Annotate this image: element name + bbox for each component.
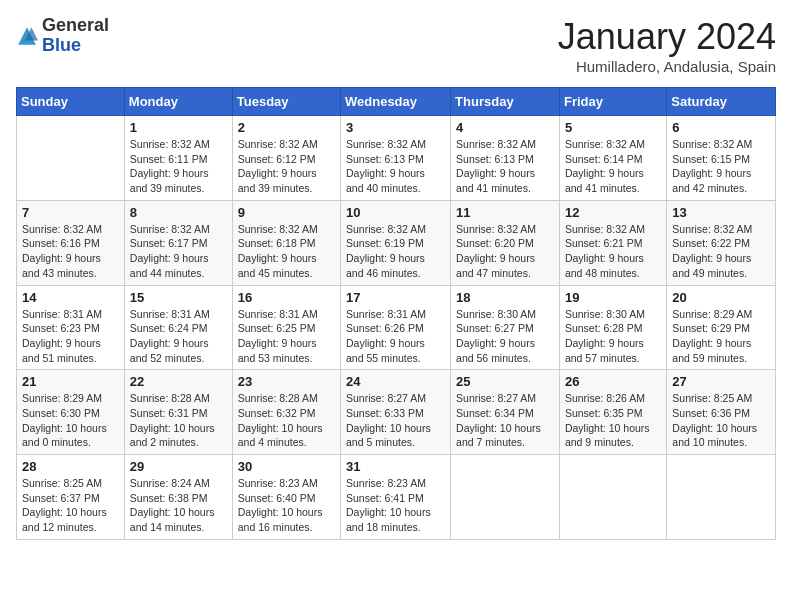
day-number: 24	[346, 374, 445, 389]
calendar-cell: 22Sunrise: 8:28 AMSunset: 6:31 PMDayligh…	[124, 370, 232, 455]
day-info: Sunrise: 8:31 AMSunset: 6:25 PMDaylight:…	[238, 307, 335, 366]
day-number: 5	[565, 120, 661, 135]
calendar-cell: 31Sunrise: 8:23 AMSunset: 6:41 PMDayligh…	[341, 455, 451, 540]
day-info: Sunrise: 8:25 AMSunset: 6:36 PMDaylight:…	[672, 391, 770, 450]
day-info: Sunrise: 8:32 AMSunset: 6:20 PMDaylight:…	[456, 222, 554, 281]
calendar-cell: 14Sunrise: 8:31 AMSunset: 6:23 PMDayligh…	[17, 285, 125, 370]
calendar-cell	[451, 455, 560, 540]
day-number: 22	[130, 374, 227, 389]
calendar-cell: 15Sunrise: 8:31 AMSunset: 6:24 PMDayligh…	[124, 285, 232, 370]
calendar-cell: 29Sunrise: 8:24 AMSunset: 6:38 PMDayligh…	[124, 455, 232, 540]
weekday-header-thursday: Thursday	[451, 88, 560, 116]
day-info: Sunrise: 8:32 AMSunset: 6:13 PMDaylight:…	[456, 137, 554, 196]
day-info: Sunrise: 8:32 AMSunset: 6:17 PMDaylight:…	[130, 222, 227, 281]
calendar-cell: 8Sunrise: 8:32 AMSunset: 6:17 PMDaylight…	[124, 200, 232, 285]
day-info: Sunrise: 8:31 AMSunset: 6:23 PMDaylight:…	[22, 307, 119, 366]
day-number: 1	[130, 120, 227, 135]
day-number: 18	[456, 290, 554, 305]
day-info: Sunrise: 8:30 AMSunset: 6:28 PMDaylight:…	[565, 307, 661, 366]
day-info: Sunrise: 8:29 AMSunset: 6:29 PMDaylight:…	[672, 307, 770, 366]
day-info: Sunrise: 8:32 AMSunset: 6:21 PMDaylight:…	[565, 222, 661, 281]
calendar-cell: 7Sunrise: 8:32 AMSunset: 6:16 PMDaylight…	[17, 200, 125, 285]
day-number: 25	[456, 374, 554, 389]
calendar-cell: 1Sunrise: 8:32 AMSunset: 6:11 PMDaylight…	[124, 116, 232, 201]
day-number: 11	[456, 205, 554, 220]
day-info: Sunrise: 8:32 AMSunset: 6:14 PMDaylight:…	[565, 137, 661, 196]
day-number: 16	[238, 290, 335, 305]
calendar-cell: 23Sunrise: 8:28 AMSunset: 6:32 PMDayligh…	[232, 370, 340, 455]
day-info: Sunrise: 8:31 AMSunset: 6:24 PMDaylight:…	[130, 307, 227, 366]
calendar-cell: 10Sunrise: 8:32 AMSunset: 6:19 PMDayligh…	[341, 200, 451, 285]
calendar-week-row: 21Sunrise: 8:29 AMSunset: 6:30 PMDayligh…	[17, 370, 776, 455]
day-number: 3	[346, 120, 445, 135]
day-number: 10	[346, 205, 445, 220]
day-info: Sunrise: 8:24 AMSunset: 6:38 PMDaylight:…	[130, 476, 227, 535]
logo-general-text: General	[42, 16, 109, 36]
calendar-cell: 13Sunrise: 8:32 AMSunset: 6:22 PMDayligh…	[667, 200, 776, 285]
weekday-header-saturday: Saturday	[667, 88, 776, 116]
title-section: January 2024 Humilladero, Andalusia, Spa…	[558, 16, 776, 75]
weekday-header-friday: Friday	[559, 88, 666, 116]
day-info: Sunrise: 8:32 AMSunset: 6:16 PMDaylight:…	[22, 222, 119, 281]
day-number: 6	[672, 120, 770, 135]
day-number: 13	[672, 205, 770, 220]
calendar-cell: 25Sunrise: 8:27 AMSunset: 6:34 PMDayligh…	[451, 370, 560, 455]
day-number: 2	[238, 120, 335, 135]
day-info: Sunrise: 8:28 AMSunset: 6:31 PMDaylight:…	[130, 391, 227, 450]
location-title: Humilladero, Andalusia, Spain	[558, 58, 776, 75]
calendar-cell: 4Sunrise: 8:32 AMSunset: 6:13 PMDaylight…	[451, 116, 560, 201]
day-info: Sunrise: 8:29 AMSunset: 6:30 PMDaylight:…	[22, 391, 119, 450]
day-number: 20	[672, 290, 770, 305]
day-number: 14	[22, 290, 119, 305]
day-info: Sunrise: 8:23 AMSunset: 6:40 PMDaylight:…	[238, 476, 335, 535]
day-number: 9	[238, 205, 335, 220]
weekday-header-monday: Monday	[124, 88, 232, 116]
calendar-cell	[667, 455, 776, 540]
day-number: 31	[346, 459, 445, 474]
weekday-header-row: SundayMondayTuesdayWednesdayThursdayFrid…	[17, 88, 776, 116]
day-info: Sunrise: 8:27 AMSunset: 6:33 PMDaylight:…	[346, 391, 445, 450]
calendar-cell	[559, 455, 666, 540]
calendar-cell: 27Sunrise: 8:25 AMSunset: 6:36 PMDayligh…	[667, 370, 776, 455]
weekday-header-tuesday: Tuesday	[232, 88, 340, 116]
day-info: Sunrise: 8:30 AMSunset: 6:27 PMDaylight:…	[456, 307, 554, 366]
day-info: Sunrise: 8:23 AMSunset: 6:41 PMDaylight:…	[346, 476, 445, 535]
day-info: Sunrise: 8:32 AMSunset: 6:15 PMDaylight:…	[672, 137, 770, 196]
calendar-cell: 2Sunrise: 8:32 AMSunset: 6:12 PMDaylight…	[232, 116, 340, 201]
calendar-cell: 3Sunrise: 8:32 AMSunset: 6:13 PMDaylight…	[341, 116, 451, 201]
calendar-cell: 5Sunrise: 8:32 AMSunset: 6:14 PMDaylight…	[559, 116, 666, 201]
calendar-cell: 18Sunrise: 8:30 AMSunset: 6:27 PMDayligh…	[451, 285, 560, 370]
day-info: Sunrise: 8:28 AMSunset: 6:32 PMDaylight:…	[238, 391, 335, 450]
calendar-cell: 17Sunrise: 8:31 AMSunset: 6:26 PMDayligh…	[341, 285, 451, 370]
calendar-cell: 21Sunrise: 8:29 AMSunset: 6:30 PMDayligh…	[17, 370, 125, 455]
day-number: 4	[456, 120, 554, 135]
day-number: 21	[22, 374, 119, 389]
calendar-cell: 12Sunrise: 8:32 AMSunset: 6:21 PMDayligh…	[559, 200, 666, 285]
day-info: Sunrise: 8:32 AMSunset: 6:22 PMDaylight:…	[672, 222, 770, 281]
calendar-cell: 16Sunrise: 8:31 AMSunset: 6:25 PMDayligh…	[232, 285, 340, 370]
calendar-cell: 19Sunrise: 8:30 AMSunset: 6:28 PMDayligh…	[559, 285, 666, 370]
calendar-week-row: 14Sunrise: 8:31 AMSunset: 6:23 PMDayligh…	[17, 285, 776, 370]
page-header: General Blue January 2024 Humilladero, A…	[16, 16, 776, 75]
month-title: January 2024	[558, 16, 776, 58]
day-number: 23	[238, 374, 335, 389]
calendar-cell: 30Sunrise: 8:23 AMSunset: 6:40 PMDayligh…	[232, 455, 340, 540]
logo-blue-text: Blue	[42, 36, 109, 56]
weekday-header-wednesday: Wednesday	[341, 88, 451, 116]
calendar-week-row: 28Sunrise: 8:25 AMSunset: 6:37 PMDayligh…	[17, 455, 776, 540]
day-number: 17	[346, 290, 445, 305]
day-info: Sunrise: 8:27 AMSunset: 6:34 PMDaylight:…	[456, 391, 554, 450]
calendar-cell: 24Sunrise: 8:27 AMSunset: 6:33 PMDayligh…	[341, 370, 451, 455]
logo: General Blue	[16, 16, 109, 56]
calendar-cell	[17, 116, 125, 201]
day-number: 8	[130, 205, 227, 220]
calendar-cell: 28Sunrise: 8:25 AMSunset: 6:37 PMDayligh…	[17, 455, 125, 540]
calendar-week-row: 7Sunrise: 8:32 AMSunset: 6:16 PMDaylight…	[17, 200, 776, 285]
day-number: 26	[565, 374, 661, 389]
day-info: Sunrise: 8:32 AMSunset: 6:13 PMDaylight:…	[346, 137, 445, 196]
calendar-cell: 20Sunrise: 8:29 AMSunset: 6:29 PMDayligh…	[667, 285, 776, 370]
day-number: 29	[130, 459, 227, 474]
day-number: 19	[565, 290, 661, 305]
day-info: Sunrise: 8:32 AMSunset: 6:12 PMDaylight:…	[238, 137, 335, 196]
day-number: 30	[238, 459, 335, 474]
